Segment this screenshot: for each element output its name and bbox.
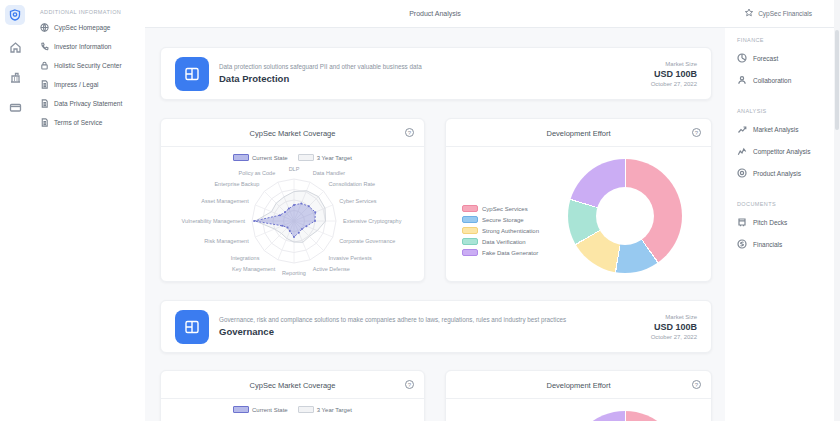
market-coverage-card: CypSec Market Coverage ? Current State3 …: [160, 118, 425, 282]
radar-legend: Current State3 Year Target: [161, 154, 424, 161]
card-description: Data protection solutions safeguard PII …: [219, 63, 422, 70]
radar-axis-label: Integrations: [231, 255, 260, 261]
cypsec-financials-label: CypSec Financials: [758, 10, 812, 17]
sidebar-item-impress-legal[interactable]: Impress / Legal: [30, 75, 145, 94]
top-bar: Product Analysis CypSec Financials: [145, 0, 840, 28]
chart-title: Development Effort: [446, 381, 711, 390]
sidebar-item-terms-of-service[interactable]: Terms of Service: [30, 113, 145, 132]
cypsec-logo-icon[interactable]: [5, 5, 25, 25]
sidebar-item-label: Impress / Legal: [54, 81, 98, 88]
legend-label: 3 Year Target: [317, 407, 352, 413]
sidebar-item-label: CypSec Homepage: [54, 24, 110, 31]
nav-item-market-analysis[interactable]: Market Analysis: [725, 118, 834, 140]
development-effort-card-2: Development Effort ?: [445, 370, 712, 421]
radar-axis-label: Corporate Governance: [339, 238, 395, 244]
sidebar-item-holistic-security-center[interactable]: Holistic Security Center: [30, 56, 145, 75]
category-icon: [175, 57, 209, 91]
document-icon: [40, 80, 49, 89]
nav-item-financials[interactable]: Financials: [725, 233, 834, 255]
nav-item-collaboration[interactable]: Collaboration: [725, 69, 834, 91]
radar-axis-label: Vulnerability Management: [182, 218, 246, 224]
cypsec-financials-link[interactable]: CypSec Financials: [744, 8, 812, 18]
sidebar-item-data-privacy-statement[interactable]: Data Privacy Statement: [30, 94, 145, 113]
help-icon[interactable]: ?: [405, 380, 414, 389]
legend-label: Current State: [252, 155, 288, 161]
deck-icon: [737, 217, 747, 227]
legend-item: Secure Storage: [462, 216, 539, 223]
left-sidebar: ADDITIONAL INFORMATION CypSec HomepageIn…: [30, 0, 145, 421]
legend-item: CypSec Services: [462, 205, 539, 212]
sidebar-item-label: Data Privacy Statement: [54, 100, 122, 107]
home-icon[interactable]: [7, 39, 23, 55]
right-sidebar: FINANCEForecastCollaborationANALYSISMark…: [725, 28, 834, 421]
legend-swatch: [462, 238, 478, 245]
nav-item-pitch-decks[interactable]: Pitch Decks: [725, 211, 834, 233]
legend-swatch: [462, 249, 478, 256]
donut-legend: CypSec ServicesSecure StorageStrong Auth…: [462, 205, 539, 260]
sidebar-item-cypsec-homepage[interactable]: CypSec Homepage: [30, 18, 145, 37]
radar-axis-label: Key Management: [232, 266, 276, 272]
legend-label: Secure Storage: [482, 217, 524, 223]
card-title: Governance: [219, 326, 566, 337]
radar-axis-label: Policy as Code: [239, 170, 276, 176]
radar-axis-label: Cyber Services: [339, 198, 377, 204]
additional-information-header: ADDITIONAL INFORMATION: [40, 9, 145, 15]
scrollbar-thumb[interactable]: [835, 30, 839, 130]
collaboration-icon: [737, 75, 747, 85]
nav-item-label: Product Analysis: [753, 170, 801, 177]
radar-axis-label: Asset Management: [201, 198, 249, 204]
section-header-finance: FINANCE: [737, 37, 834, 43]
sidebar-item-label: Investor Information: [54, 43, 111, 50]
legend-label: Strong Authentication: [482, 228, 539, 234]
radar-legend: Current State3 Year Target: [161, 406, 424, 413]
market-size-date: October 27, 2022: [651, 81, 697, 87]
nav-item-competitor-analysis[interactable]: Competitor Analysis: [725, 140, 834, 162]
radar-axis-label: Extensive Cryptography: [343, 218, 402, 224]
donut-hole: [596, 187, 654, 245]
trend-icon: [737, 124, 747, 134]
legend-swatch: [462, 216, 478, 223]
section-header-documents: DOCUMENTS: [737, 201, 834, 207]
legend-item: Fake Data Generator: [462, 249, 539, 256]
scrollbar[interactable]: [834, 0, 840, 421]
data-protection-card: Data protection solutions safeguard PII …: [160, 47, 712, 100]
radar-axis-label: Consolidation Rate: [329, 181, 375, 187]
legend-label: 3 Year Target: [317, 155, 352, 161]
governance-card: Governance, risk and compliance solution…: [160, 300, 712, 353]
donut-chart: [568, 411, 682, 421]
nav-item-forecast[interactable]: Forecast: [725, 47, 834, 69]
legend-swatch: [462, 227, 478, 234]
radar-axis-label: Data Handler: [313, 170, 346, 176]
market-size-label: Market Size: [651, 314, 697, 320]
legend-label: Fake Data Generator: [482, 250, 538, 256]
billing-icon[interactable]: [7, 99, 23, 115]
legend-item: Current State: [233, 154, 288, 161]
line-chart-icon: [737, 146, 747, 156]
radar-axis-label: Risk Management: [204, 238, 249, 244]
nav-item-label: Market Analysis: [753, 126, 799, 133]
sidebar-item-label: Holistic Security Center: [54, 62, 122, 69]
market-size-value: USD 100B: [651, 322, 697, 332]
market-size-value: USD 100B: [651, 69, 697, 79]
organization-icon[interactable]: [7, 69, 23, 85]
globe-icon: [40, 23, 49, 32]
legend-item: 3 Year Target: [298, 406, 352, 413]
nav-item-label: Collaboration: [753, 77, 791, 84]
development-effort-card: Development Effort ? CypSec ServicesSecu…: [445, 118, 712, 282]
sidebar-item-investor-information[interactable]: Investor Information: [30, 37, 145, 56]
market-size-date: October 27, 2022: [651, 334, 697, 340]
radar-axis-label: DLP: [289, 166, 300, 172]
nav-item-product-analysis[interactable]: Product Analysis: [725, 162, 834, 184]
help-icon[interactable]: ?: [692, 128, 701, 137]
target-icon: [737, 168, 747, 178]
star-badge-icon: [744, 8, 754, 18]
legend-swatch: [298, 406, 314, 413]
card-description: Governance, risk and compliance solution…: [219, 316, 566, 323]
legend-swatch: [298, 154, 314, 161]
radar-axis-label: Invasive Pentests: [329, 255, 372, 261]
help-icon[interactable]: ?: [692, 380, 701, 389]
market-coverage-card-2: CypSec Market Coverage ? Current State3 …: [160, 370, 425, 421]
help-icon[interactable]: ?: [405, 128, 414, 137]
nav-item-label: Competitor Analysis: [753, 148, 810, 155]
legend-item: Current State: [233, 406, 288, 413]
